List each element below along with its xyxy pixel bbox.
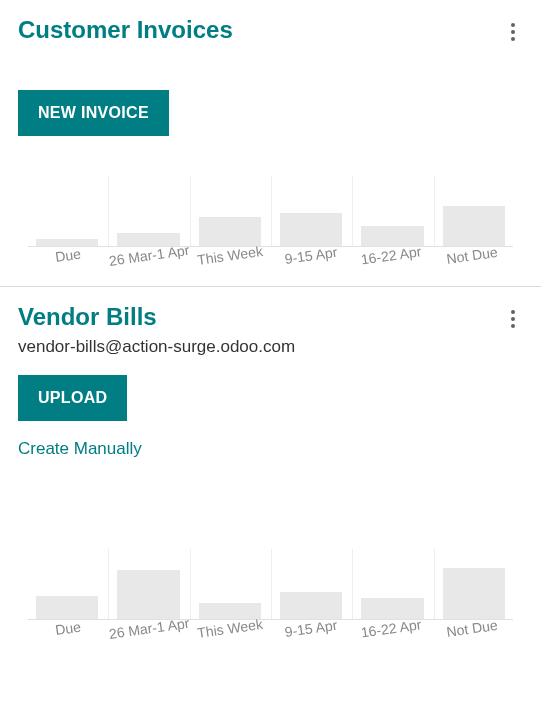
customer-invoices-chart: Due26 Mar-1 AprThis Week9-15 Apr16-22 Ap… bbox=[18, 176, 523, 286]
chart-bar bbox=[108, 176, 187, 246]
vendor-bills-email: vendor-bills@action-surge.odoo.com bbox=[18, 337, 523, 357]
chart-bar bbox=[434, 176, 513, 246]
vendor-bills-title: Vendor Bills bbox=[18, 303, 523, 331]
chart-bar bbox=[28, 549, 106, 619]
new-invoice-button[interactable]: NEW INVOICE bbox=[18, 90, 169, 136]
create-manually-link[interactable]: Create Manually bbox=[18, 439, 142, 459]
customer-invoices-title: Customer Invoices bbox=[18, 16, 523, 44]
chart-bar bbox=[271, 549, 350, 619]
upload-button[interactable]: UPLOAD bbox=[18, 375, 127, 421]
vendor-bills-panel: Vendor Bills vendor-bills@action-surge.o… bbox=[0, 287, 541, 659]
vendor-bills-chart: Due26 Mar-1 AprThis Week9-15 Apr16-22 Ap… bbox=[18, 549, 523, 659]
chart-bar bbox=[352, 176, 431, 246]
chart-bar bbox=[271, 176, 350, 246]
customer-invoices-panel: Customer Invoices NEW INVOICE Due26 Mar-… bbox=[0, 0, 541, 286]
chart-bar bbox=[108, 549, 187, 619]
customer-invoices-menu-icon[interactable] bbox=[503, 20, 523, 44]
vendor-bills-menu-icon[interactable] bbox=[503, 307, 523, 331]
chart-bar bbox=[190, 549, 269, 619]
chart-bar bbox=[190, 176, 269, 246]
chart-bar bbox=[434, 549, 513, 619]
chart-bar bbox=[352, 549, 431, 619]
chart-bar bbox=[28, 176, 106, 246]
